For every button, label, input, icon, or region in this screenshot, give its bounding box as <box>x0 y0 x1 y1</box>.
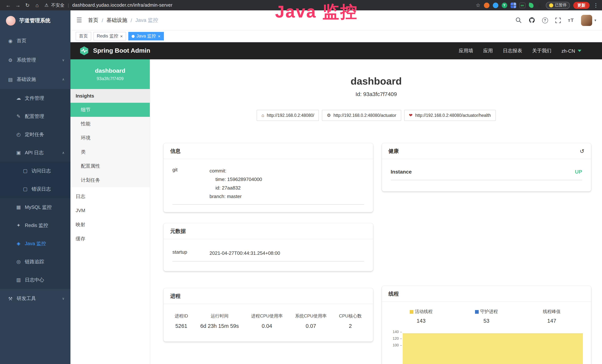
user-menu[interactable]: ▾ <box>581 15 596 26</box>
extension-icon-green[interactable]: Y <box>502 2 507 8</box>
tab-label: Redis 监控 <box>97 33 118 39</box>
log-icon: ▢ <box>22 168 28 173</box>
font-size-icon[interactable]: тT <box>568 17 574 23</box>
sba-item-classes[interactable]: 类 <box>70 145 150 159</box>
sba-navbar: Spring Boot Admin 应用墙 应用 日志报表 关于我们 zh-CN <box>70 42 602 59</box>
chart-y-axis: 140 120 100 <box>388 330 402 364</box>
sba-item-environment[interactable]: 环境 <box>70 131 150 145</box>
sidebar-item-access-logs[interactable]: ▢ 访问日志 <box>0 162 70 180</box>
sba-item-config-props[interactable]: 配置属性 <box>70 159 150 173</box>
sba-nav-wallboard[interactable]: 应用墙 <box>459 47 473 54</box>
cards-right-column: 健康 ↺ Instance UP 线程 <box>382 143 591 364</box>
metadata-value: 2021-04-27T00:44:31.254+08:00 <box>210 249 364 257</box>
sba-item-performance[interactable]: 性能 <box>70 117 150 131</box>
threads-card: 线程 活动线程 143 <box>382 286 591 364</box>
sba-item-details[interactable]: 细节 <box>70 103 150 117</box>
info-line: branch: master <box>210 192 364 201</box>
search-icon[interactable] <box>515 17 522 23</box>
browser-update-button[interactable]: 更新 <box>573 2 590 9</box>
breadcrumb-home[interactable]: 首页 <box>88 17 98 23</box>
back-icon[interactable]: ← <box>4 2 13 8</box>
reload-icon[interactable]: ↻ <box>23 2 32 8</box>
caret-down-icon: ▾ <box>594 18 596 22</box>
sidebar-item-config-management[interactable]: ✎ 配置管理 <box>0 107 70 125</box>
sidebar-item-home[interactable]: ◉ 首页 <box>0 31 70 50</box>
history-icon[interactable]: ↺ <box>580 148 584 155</box>
sba-item-caches[interactable]: 缓存 <box>70 232 150 246</box>
process-stat-system-cpu: 系统CPU使用率 0.07 <box>295 313 327 329</box>
legend-swatch-blue <box>475 310 479 314</box>
sidebar-item-java-monitor[interactable]: ◈ Java 监控 <box>0 234 70 253</box>
sidebar-item-error-logs[interactable]: ▢ 错误日志 <box>0 180 70 198</box>
sidebar-item-log-center[interactable]: ▥ 日志中心 <box>0 271 70 289</box>
tab-home[interactable]: 首页 <box>76 32 91 40</box>
sba-item-logs[interactable]: 日志 <box>70 190 150 203</box>
legend-label: 守护进程 <box>480 309 498 315</box>
extension-icon-on-switch[interactable]: on <box>519 2 525 8</box>
browser-home-icon[interactable]: ⌂ <box>33 2 42 8</box>
stat-label: 进程CPU使用率 <box>251 313 283 319</box>
threads-chart: 140 120 100 <box>388 330 584 364</box>
sidebar-item-dev-tools[interactable]: ⚒ 研发工具 ∨ <box>0 289 70 308</box>
sidebar-item-label: 研发工具 <box>17 295 36 302</box>
header-actions: ? тT ▾ <box>515 15 596 26</box>
extension-icon-grid[interactable] <box>510 2 516 8</box>
sba-item-jvm[interactable]: JVM <box>70 203 150 218</box>
extension-icon-flask[interactable] <box>537 2 542 8</box>
sidebar-item-scheduled-tasks[interactable]: ◴ 定时任务 <box>0 125 70 143</box>
tab-redis-monitor[interactable]: Redis 监控 × <box>93 32 126 40</box>
extension-icon-leaf[interactable] <box>528 2 534 8</box>
locale-selector[interactable]: zh-CN <box>561 48 581 54</box>
sidebar-item-redis-monitor[interactable]: ✦ Redis 监控 <box>0 216 70 234</box>
sba-nav-about[interactable]: 关于我们 <box>532 47 551 54</box>
extension-icon-drop[interactable] <box>493 2 498 8</box>
stat-label: CPU核心数 <box>339 313 362 319</box>
address-bar[interactable]: ⚠ 不安全 | dashboard.yudao.iocoder.cn/infra… <box>44 2 172 8</box>
threads-legend: 活动线程 143 守护进程 53 <box>388 309 584 324</box>
health-url-link[interactable]: ❤ http://192.168.0.2:48080/actuator/heal… <box>404 110 495 121</box>
github-icon[interactable] <box>528 17 535 23</box>
sba-brand[interactable]: Spring Boot Admin <box>79 46 150 56</box>
bookmark-star-icon[interactable]: ☆ <box>476 2 480 8</box>
stat-value: 2 <box>339 323 362 329</box>
sidebar-item-mysql-monitor[interactable]: ▦ MySQL 监控 <box>0 198 70 216</box>
forward-icon[interactable]: → <box>13 2 22 8</box>
sidebar-item-file-management[interactable]: ☁ 文件管理 <box>0 89 70 107</box>
infrastructure-submenu: ☁ 文件管理 ✎ 配置管理 ◴ 定时任务 ▣ API 日志 ∧ <box>0 89 70 289</box>
info-row-git: git commit: time: 1596289704000 id: 27aa… <box>172 167 364 205</box>
tab-java-monitor[interactable]: Java 监控 × <box>128 32 164 40</box>
sidebar-item-label: 日志中心 <box>25 277 44 283</box>
close-icon[interactable]: × <box>120 34 123 38</box>
instance-id: 93a3fc7f7409 <box>97 76 123 81</box>
extension-icon-orange[interactable] <box>484 2 489 8</box>
service-url-link[interactable]: ⌂ http://192.168.0.2:48080/ <box>257 110 319 121</box>
locale-label: zh-CN <box>561 48 575 54</box>
sba-nav-journal[interactable]: 日志报表 <box>503 47 522 54</box>
insights-section-header: Insights <box>70 89 150 103</box>
actuator-url-link[interactable]: ⚙ http://192.168.0.2:48080/actuator <box>322 110 401 121</box>
legend-daemon-threads: 守护进程 53 <box>454 309 519 324</box>
sba-nav-applications[interactable]: 应用 <box>483 47 493 54</box>
sidebar-item-system-management[interactable]: ⚙ 系统管理 ∨ <box>0 50 70 70</box>
cloud-icon: ☁ <box>16 95 22 101</box>
tools-icon: ⚒ <box>7 296 13 301</box>
emoji-face-icon <box>549 3 553 7</box>
metadata-card: 元数据 startup 2021-04-27T00:44:31.254+08:0… <box>163 223 373 271</box>
close-icon[interactable]: × <box>158 34 160 38</box>
breadcrumb-infrastructure[interactable]: 基础设施 <box>107 17 127 23</box>
sidebar-item-link-tracing[interactable]: ◎ 链路追踪 <box>0 253 70 271</box>
instance-header[interactable]: dashboard 93a3fc7f7409 <box>70 59 150 89</box>
sidebar-item-api-logs[interactable]: ▣ API 日志 ∧ <box>0 143 70 162</box>
security-label[interactable]: 不安全 <box>51 2 64 8</box>
browser-menu-icon[interactable]: ⋮ <box>593 2 599 8</box>
hamburger-icon[interactable]: ☰ <box>76 16 82 24</box>
sidebar-item-infrastructure[interactable]: ▤ 基础设施 ∧ <box>0 70 70 89</box>
link-label: http://192.168.0.2:48080/ <box>267 113 314 118</box>
url-text[interactable]: dashboard.yudao.iocoder.cn/infra/admin-s… <box>72 3 172 8</box>
fullscreen-icon[interactable] <box>555 17 561 23</box>
gear-icon: ⚙ <box>7 57 13 63</box>
help-icon[interactable]: ? <box>542 17 548 23</box>
sba-item-mappings[interactable]: 映射 <box>70 218 150 232</box>
paused-badge[interactable]: 已暂停 <box>546 2 570 9</box>
sba-item-scheduled-tasks[interactable]: 计划任务 <box>70 173 150 187</box>
